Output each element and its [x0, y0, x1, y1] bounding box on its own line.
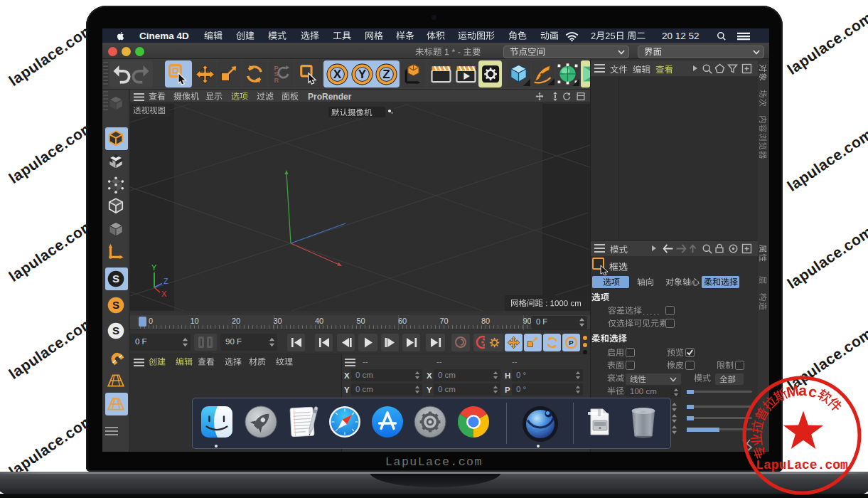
svg-text:S: S: [112, 299, 119, 311]
svg-text:Z: Z: [382, 67, 390, 81]
svg-text:S: S: [112, 272, 119, 285]
svg-text:X: X: [333, 67, 342, 81]
svg-text:P: P: [569, 339, 574, 346]
svg-text:Z: Z: [164, 277, 168, 285]
svg-text:S: S: [112, 324, 119, 337]
svg-text:R: R: [274, 77, 279, 84]
svg-text:Y: Y: [358, 67, 366, 81]
svg-text:Y: Y: [151, 263, 157, 272]
svg-text:X: X: [161, 290, 167, 298]
